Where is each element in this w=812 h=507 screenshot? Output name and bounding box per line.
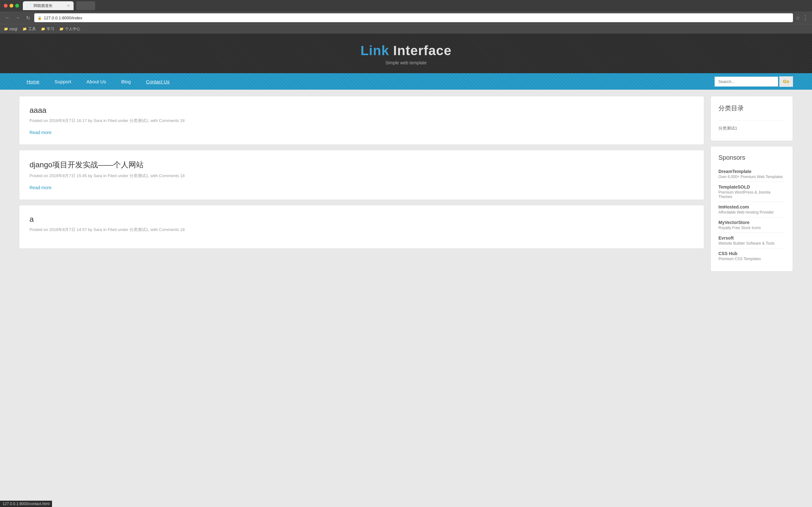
categories-widget: 分类目录 分类测试1: [711, 96, 793, 141]
sponsor-desc-6: Premium CSS Templates: [718, 257, 785, 264]
security-icon: 🔒: [38, 16, 42, 20]
nav-about[interactable]: About Us: [79, 73, 114, 90]
browser-toolbar: ← → ↻ 🔒 127.0.0.1:8000/index ☆ ⋮: [0, 11, 812, 24]
sponsor-desc-1: Over 6,000+ Premium Web Templates: [718, 175, 785, 182]
close-button[interactable]: [4, 4, 8, 8]
post-card-3: a Posted on 2018年8月7日 14:57 by Sara in F…: [19, 205, 704, 249]
back-button[interactable]: ←: [4, 14, 11, 21]
tab-bar: 📄 阿联酋首长 ✕: [23, 1, 808, 10]
sponsors-widget: Sponsors DreamTemplate Over 6,000+ Premi…: [711, 146, 793, 272]
traffic-lights: [4, 4, 19, 8]
post-card-2: django项目开发实战——个人网站 Posted on 2018年8月7日 1…: [19, 150, 704, 200]
nav-search: Go: [715, 76, 793, 87]
nav-contact[interactable]: Contact Us: [138, 73, 177, 90]
sidebar: 分类目录 分类测试1 Sponsors DreamTemplate Over 6…: [711, 96, 793, 274]
forward-button[interactable]: →: [14, 14, 21, 21]
website: Link Interface Simple web template Home …: [0, 34, 812, 280]
site-nav: Home Support About Us Blog Contact Us Go: [0, 73, 812, 90]
browser-chrome: 📄 阿联酋首长 ✕ ← → ↻ 🔒 127.0.0.1:8000/index ☆…: [0, 0, 812, 34]
site-header: Link Interface Simple web template: [0, 34, 812, 73]
sponsor-5: Evrsoft Website Builder Software & Tools: [718, 235, 785, 248]
sponsors-title: Sponsors: [718, 154, 785, 164]
bookmark-label: mioji: [9, 27, 17, 32]
sponsor-name-3[interactable]: ImHosted.com: [718, 205, 785, 210]
sponsor-2: TemplateSOLD Premium WordPress & Joomla …: [718, 184, 785, 202]
sponsor-name-6[interactable]: CSS Hub: [718, 251, 785, 256]
bookmark-tools[interactable]: 📁 工具: [22, 26, 36, 32]
folder-icon: 📁: [41, 27, 45, 31]
categories-title: 分类目录: [718, 104, 785, 116]
sponsor-name-4[interactable]: MyVectorStore: [718, 220, 785, 225]
post-title-2: django项目开发实战——个人网站: [30, 160, 694, 170]
post-card-1: aaaa Posted on 2018年8月7日 16:17 by Sara i…: [19, 96, 704, 145]
sponsor-4: MyVectorStore Royalty Free Stock Icons: [718, 220, 785, 233]
sponsor-name-5[interactable]: Evrsoft: [718, 235, 785, 240]
bookmark-personal[interactable]: 📁 个人中心: [59, 26, 80, 32]
post-meta-1: Posted on 2018年8月7日 16:17 by Sara in Fil…: [30, 118, 694, 124]
tab-favicon: 📄: [27, 4, 31, 8]
maximize-button[interactable]: [15, 4, 19, 8]
sponsor-desc-4: Royalty Free Stock Icons: [718, 226, 785, 233]
bookmark-study[interactable]: 📁 学习: [41, 26, 54, 32]
sponsor-desc-3: Affordable Web Hosting Provider: [718, 210, 785, 217]
sponsor-3: ImHosted.com Affordable Web Hosting Prov…: [718, 205, 785, 217]
nav-blog[interactable]: Blog: [113, 73, 138, 90]
minimize-button[interactable]: [9, 4, 13, 8]
bookmark-mioji[interactable]: 📁 mioji: [4, 27, 17, 32]
sponsor-6: CSS Hub Premium CSS Templates: [718, 251, 785, 264]
search-input[interactable]: [715, 77, 778, 87]
sponsor-1: DreamTemplate Over 6,000+ Premium Web Te…: [718, 169, 785, 182]
site-logo: Link Interface: [0, 43, 812, 58]
nav-support[interactable]: Support: [47, 73, 79, 90]
main-content: aaaa Posted on 2018年8月7日 16:17 by Sara i…: [19, 96, 704, 274]
url-text: 127.0.0.1:8000/index: [44, 15, 82, 20]
folder-icon: 📁: [22, 27, 27, 31]
sponsor-desc-5: Website Builder Software & Tools: [718, 241, 785, 248]
bookmark-label: 个人中心: [65, 26, 80, 32]
post-title-3: a: [30, 215, 694, 224]
read-more-1[interactable]: Read more: [30, 130, 51, 135]
bookmark-label: 学习: [47, 26, 54, 32]
read-more-2[interactable]: Read more: [30, 185, 51, 190]
search-button[interactable]: Go: [779, 76, 793, 87]
new-tab-area: [76, 1, 95, 10]
nav-links: Home Support About Us Blog Contact Us: [19, 73, 715, 90]
sponsor-desc-2: Premium WordPress & Joomla Themes: [718, 190, 785, 202]
sponsor-name-1[interactable]: DreamTemplate: [718, 169, 785, 174]
browser-titlebar: 📄 阿联酋首长 ✕: [0, 0, 812, 11]
bookmarks-bar: 📁 mioji 📁 工具 📁 学习 📁 个人中心: [0, 24, 812, 34]
post-meta-3: Posted on 2018年8月7日 14:57 by Sara in Fil…: [30, 227, 694, 233]
logo-link-text: Link: [360, 43, 389, 58]
category-item-1[interactable]: 分类测试1: [718, 124, 785, 133]
folder-icon: 📁: [4, 27, 8, 31]
bookmark-icon[interactable]: ☆: [796, 15, 800, 21]
address-bar[interactable]: 🔒 127.0.0.1:8000/index: [34, 13, 793, 22]
tab-close-button[interactable]: ✕: [67, 4, 70, 8]
menu-icon[interactable]: ⋮: [803, 14, 808, 21]
site-content: aaaa Posted on 2018年8月7日 16:17 by Sara i…: [0, 90, 812, 280]
site-tagline: Simple web template: [0, 60, 812, 65]
folder-icon: 📁: [59, 27, 64, 31]
logo-interface-text: Interface: [389, 43, 452, 58]
bookmark-label: 工具: [28, 26, 36, 32]
post-meta-2: Posted on 2018年8月7日 15:45 by Sara in Fil…: [30, 173, 694, 179]
post-title-1: aaaa: [30, 106, 694, 115]
tab-title: 阿联酋首长: [34, 3, 53, 9]
browser-tab[interactable]: 📄 阿联酋首长 ✕: [23, 1, 73, 10]
reload-button[interactable]: ↻: [24, 14, 32, 21]
sponsor-name-2[interactable]: TemplateSOLD: [718, 184, 785, 189]
nav-home[interactable]: Home: [19, 73, 47, 90]
